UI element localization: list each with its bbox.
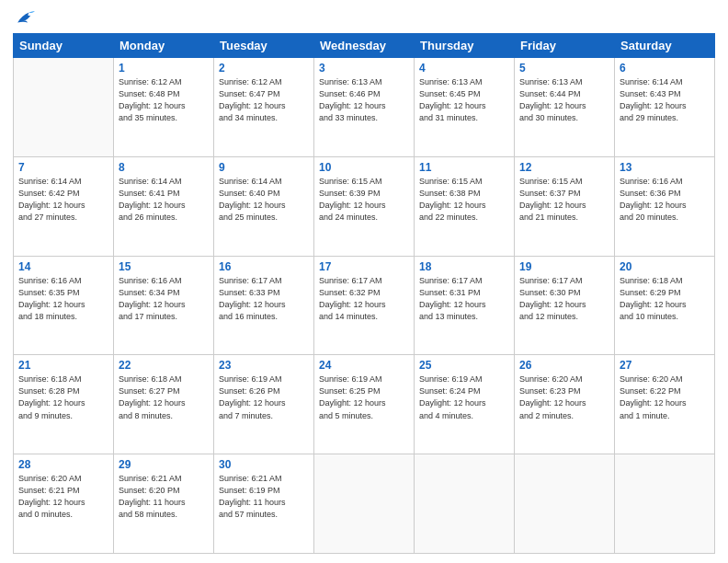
calendar-cell: 11Sunrise: 6:15 AM Sunset: 6:38 PM Dayli…	[415, 156, 515, 256]
calendar-cell: 20Sunrise: 6:18 AM Sunset: 6:29 PM Dayli…	[615, 256, 715, 355]
day-number: 22	[119, 359, 209, 372]
day-info: Sunrise: 6:12 AM Sunset: 6:47 PM Dayligh…	[219, 76, 309, 124]
calendar-header-cell: Wednesday	[314, 34, 415, 58]
day-number: 8	[119, 161, 209, 174]
day-number: 13	[620, 161, 710, 174]
day-number: 2	[219, 62, 309, 75]
day-info: Sunrise: 6:17 AM Sunset: 6:33 PM Dayligh…	[219, 275, 309, 323]
day-number: 23	[219, 359, 309, 372]
day-info: Sunrise: 6:18 AM Sunset: 6:27 PM Dayligh…	[119, 373, 209, 421]
day-number: 16	[219, 260, 309, 273]
day-info: Sunrise: 6:19 AM Sunset: 6:24 PM Dayligh…	[419, 373, 509, 421]
calendar-cell: 17Sunrise: 6:17 AM Sunset: 6:32 PM Dayli…	[314, 256, 415, 355]
day-number: 20	[620, 260, 710, 273]
calendar-cell	[14, 58, 114, 157]
calendar-header-cell: Tuesday	[214, 34, 314, 58]
day-number: 7	[18, 161, 108, 174]
calendar-cell: 27Sunrise: 6:20 AM Sunset: 6:22 PM Dayli…	[615, 355, 715, 454]
day-number: 10	[319, 161, 409, 174]
day-info: Sunrise: 6:18 AM Sunset: 6:28 PM Dayligh…	[18, 373, 108, 421]
calendar-week-row: 1Sunrise: 6:12 AM Sunset: 6:48 PM Daylig…	[14, 58, 715, 157]
calendar-cell: 30Sunrise: 6:21 AM Sunset: 6:19 PM Dayli…	[214, 454, 314, 554]
day-number: 12	[519, 161, 609, 174]
calendar-cell: 3Sunrise: 6:13 AM Sunset: 6:46 PM Daylig…	[314, 58, 415, 157]
calendar-cell: 2Sunrise: 6:12 AM Sunset: 6:47 PM Daylig…	[214, 58, 314, 157]
day-info: Sunrise: 6:15 AM Sunset: 6:39 PM Dayligh…	[319, 176, 409, 224]
day-number: 1	[119, 62, 209, 75]
calendar-cell: 16Sunrise: 6:17 AM Sunset: 6:33 PM Dayli…	[214, 256, 314, 355]
day-info: Sunrise: 6:20 AM Sunset: 6:21 PM Dayligh…	[18, 473, 108, 521]
day-number: 19	[519, 260, 609, 273]
day-number: 27	[620, 359, 710, 372]
calendar-cell: 15Sunrise: 6:16 AM Sunset: 6:34 PM Dayli…	[114, 256, 214, 355]
calendar-cell: 29Sunrise: 6:21 AM Sunset: 6:20 PM Dayli…	[114, 454, 214, 554]
day-info: Sunrise: 6:13 AM Sunset: 6:46 PM Dayligh…	[319, 76, 409, 124]
day-number: 25	[419, 359, 509, 372]
day-number: 5	[519, 62, 609, 75]
calendar-cell	[314, 454, 415, 554]
day-number: 3	[319, 62, 409, 75]
day-info: Sunrise: 6:18 AM Sunset: 6:29 PM Dayligh…	[620, 275, 710, 323]
day-info: Sunrise: 6:16 AM Sunset: 6:34 PM Dayligh…	[119, 275, 209, 323]
day-info: Sunrise: 6:16 AM Sunset: 6:35 PM Dayligh…	[18, 275, 108, 323]
day-number: 29	[119, 458, 209, 471]
day-info: Sunrise: 6:19 AM Sunset: 6:26 PM Dayligh…	[219, 373, 309, 421]
day-number: 15	[119, 260, 209, 273]
calendar-cell: 24Sunrise: 6:19 AM Sunset: 6:25 PM Dayli…	[314, 355, 415, 454]
day-number: 11	[419, 161, 509, 174]
calendar-cell: 28Sunrise: 6:20 AM Sunset: 6:21 PM Dayli…	[14, 454, 114, 554]
calendar-week-row: 14Sunrise: 6:16 AM Sunset: 6:35 PM Dayli…	[14, 256, 715, 355]
day-number: 26	[519, 359, 609, 372]
day-info: Sunrise: 6:17 AM Sunset: 6:30 PM Dayligh…	[519, 275, 609, 323]
calendar-cell: 10Sunrise: 6:15 AM Sunset: 6:39 PM Dayli…	[314, 156, 415, 256]
day-number: 6	[620, 62, 710, 75]
calendar-header-cell: Monday	[114, 34, 214, 58]
calendar-table: SundayMondayTuesdayWednesdayThursdayFrid…	[13, 33, 715, 554]
calendar-cell: 12Sunrise: 6:15 AM Sunset: 6:37 PM Dayli…	[515, 156, 615, 256]
day-number: 14	[18, 260, 108, 273]
day-info: Sunrise: 6:14 AM Sunset: 6:41 PM Dayligh…	[119, 176, 209, 224]
calendar-cell: 26Sunrise: 6:20 AM Sunset: 6:23 PM Dayli…	[515, 355, 615, 454]
header	[13, 9, 715, 26]
day-number: 9	[219, 161, 309, 174]
calendar-cell: 19Sunrise: 6:17 AM Sunset: 6:30 PM Dayli…	[515, 256, 615, 355]
day-info: Sunrise: 6:21 AM Sunset: 6:20 PM Dayligh…	[119, 473, 209, 521]
calendar-cell: 25Sunrise: 6:19 AM Sunset: 6:24 PM Dayli…	[415, 355, 515, 454]
calendar-cell: 18Sunrise: 6:17 AM Sunset: 6:31 PM Dayli…	[415, 256, 515, 355]
day-number: 17	[319, 260, 409, 273]
day-info: Sunrise: 6:20 AM Sunset: 6:23 PM Dayligh…	[519, 373, 609, 421]
calendar-body: 1Sunrise: 6:12 AM Sunset: 6:48 PM Daylig…	[14, 58, 715, 554]
calendar-cell: 4Sunrise: 6:13 AM Sunset: 6:45 PM Daylig…	[415, 58, 515, 157]
calendar-header-cell: Saturday	[615, 34, 715, 58]
calendar-header-cell: Thursday	[415, 34, 515, 58]
calendar-cell: 13Sunrise: 6:16 AM Sunset: 6:36 PM Dayli…	[615, 156, 715, 256]
calendar-cell: 22Sunrise: 6:18 AM Sunset: 6:27 PM Dayli…	[114, 355, 214, 454]
day-info: Sunrise: 6:14 AM Sunset: 6:42 PM Dayligh…	[18, 176, 108, 224]
day-info: Sunrise: 6:12 AM Sunset: 6:48 PM Dayligh…	[119, 76, 209, 124]
calendar-cell: 14Sunrise: 6:16 AM Sunset: 6:35 PM Dayli…	[14, 256, 114, 355]
day-info: Sunrise: 6:14 AM Sunset: 6:40 PM Dayligh…	[219, 176, 309, 224]
calendar-cell: 5Sunrise: 6:13 AM Sunset: 6:44 PM Daylig…	[515, 58, 615, 157]
day-number: 4	[419, 62, 509, 75]
day-info: Sunrise: 6:16 AM Sunset: 6:36 PM Dayligh…	[620, 176, 710, 224]
calendar-week-row: 7Sunrise: 6:14 AM Sunset: 6:42 PM Daylig…	[14, 156, 715, 256]
day-info: Sunrise: 6:15 AM Sunset: 6:37 PM Dayligh…	[519, 176, 609, 224]
day-info: Sunrise: 6:13 AM Sunset: 6:44 PM Dayligh…	[519, 76, 609, 124]
calendar-header-cell: Sunday	[14, 34, 114, 58]
calendar-cell: 7Sunrise: 6:14 AM Sunset: 6:42 PM Daylig…	[14, 156, 114, 256]
day-info: Sunrise: 6:17 AM Sunset: 6:32 PM Dayligh…	[319, 275, 409, 323]
day-info: Sunrise: 6:19 AM Sunset: 6:25 PM Dayligh…	[319, 373, 409, 421]
calendar-cell	[415, 454, 515, 554]
day-number: 30	[219, 458, 309, 471]
day-info: Sunrise: 6:21 AM Sunset: 6:19 PM Dayligh…	[219, 473, 309, 521]
day-info: Sunrise: 6:15 AM Sunset: 6:38 PM Dayligh…	[419, 176, 509, 224]
logo	[13, 9, 35, 26]
day-number: 18	[419, 260, 509, 273]
day-info: Sunrise: 6:20 AM Sunset: 6:22 PM Dayligh…	[620, 373, 710, 421]
calendar-week-row: 21Sunrise: 6:18 AM Sunset: 6:28 PM Dayli…	[14, 355, 715, 454]
logo-bird-icon	[15, 9, 35, 26]
calendar-cell: 8Sunrise: 6:14 AM Sunset: 6:41 PM Daylig…	[114, 156, 214, 256]
calendar-cell: 6Sunrise: 6:14 AM Sunset: 6:43 PM Daylig…	[615, 58, 715, 157]
calendar-cell: 9Sunrise: 6:14 AM Sunset: 6:40 PM Daylig…	[214, 156, 314, 256]
calendar-cell	[515, 454, 615, 554]
